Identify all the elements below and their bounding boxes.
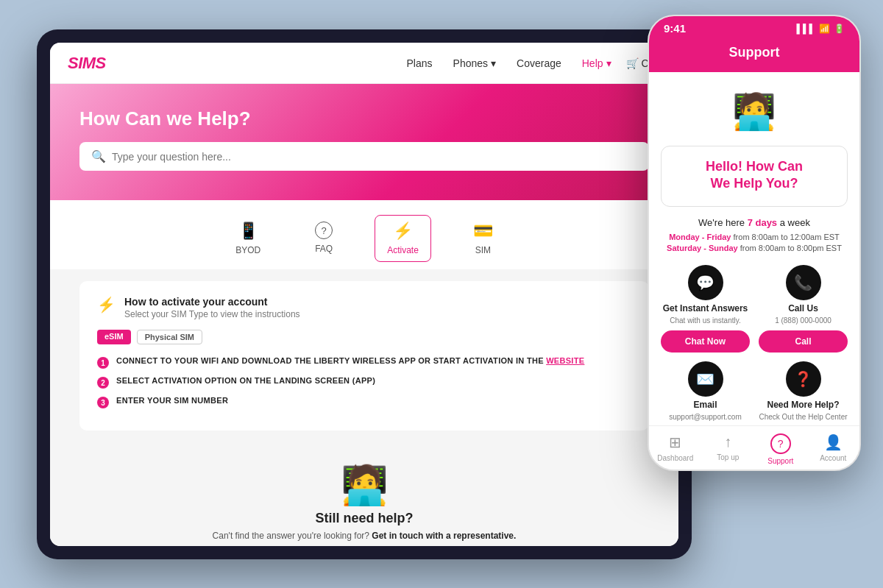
hello-box: Hello! How CanWe Help You? <box>661 146 848 207</box>
search-icon: 🔍 <box>91 149 106 163</box>
contact-email: ✉️ Email support@support.com Send a Mess… <box>661 361 750 425</box>
battery-icon: 🔋 <box>834 24 845 34</box>
esim-badge[interactable]: eSIM <box>97 330 131 344</box>
chat-sub: Chat with us instantly. <box>670 316 741 325</box>
nav-coverage[interactable]: Coverage <box>517 57 561 69</box>
phone-status-bar: 9:41 ▌▌▌ 📶 🔋 <box>649 16 859 39</box>
step-1: 1 CONNECT TO YOUR WIFI AND DOWNLOAD THE … <box>97 356 631 369</box>
phone-header: Support <box>649 39 859 72</box>
phone-body: 🧑‍💻 Hello! How CanWe Help You? We're her… <box>649 72 859 425</box>
step-1-text: CONNECT TO YOUR WIFI AND DOWNLOAD THE LI… <box>116 356 584 365</box>
cart-icon: 🛒 <box>626 57 639 69</box>
call-sub: 1 (888) 000-0000 <box>775 316 831 325</box>
status-icons: ▌▌▌ 📶 🔋 <box>796 24 845 34</box>
still-help-section: 🧑‍💻 Still need help? Can't find the answ… <box>79 448 649 546</box>
support-icon: ? <box>770 433 791 454</box>
contact-call: 📞 Call Us 1 (888) 000-0000 Call <box>759 265 848 353</box>
step-2-text: SELECT ACTIVATION OPTION ON THE LANDING … <box>116 376 375 385</box>
step-1-number: 1 <box>97 357 109 369</box>
card-header: ⚡ How to activate your account Select yo… <box>97 296 631 319</box>
email-label: Email <box>693 400 717 410</box>
tab-sim[interactable]: 💳 SIM <box>461 215 506 262</box>
hours-section: We're here 7 days a week Monday - Friday… <box>661 217 848 255</box>
support-illustration: 🧑‍💻 <box>661 84 848 135</box>
contact-chat: 💬 Get Instant Answers Chat with us insta… <box>661 265 750 353</box>
dashboard-label: Dashboard <box>657 454 693 462</box>
sim-badges: eSIM Physical SIM <box>97 330 631 344</box>
step-3: 3 ENTER YOUR SIM NUMBER <box>97 396 631 408</box>
still-help-text: Can't find the answer you're looking for… <box>213 531 517 541</box>
hours-weekend: Saturday - Sunday from 8:00am to 8:00pm … <box>661 244 848 252</box>
content-area: ⚡ How to activate your account Select yo… <box>50 269 678 546</box>
email-icon: ✉️ <box>688 361 723 397</box>
call-button[interactable]: Call <box>759 330 848 353</box>
phone-header-title: Support <box>664 45 845 60</box>
help-center-icon: ❓ <box>786 361 821 397</box>
search-bar[interactable]: 🔍 <box>79 142 649 171</box>
still-help-title: Still need help? <box>315 511 413 526</box>
hello-title: Hello! How CanWe Help You? <box>673 158 835 193</box>
bottom-nav-support[interactable]: ? Support <box>754 433 807 465</box>
activation-icon: ⚡ <box>97 296 116 314</box>
chat-now-button[interactable]: Chat Now <box>661 330 750 353</box>
step-2: 2 SELECT ACTIVATION OPTION ON THE LANDIN… <box>97 376 631 389</box>
search-input[interactable] <box>112 151 637 163</box>
phone-bottom-nav: ⊞ Dashboard ↑ Top up ? Support 👤 Account <box>649 425 859 470</box>
chevron-down-icon: ▾ <box>491 57 496 69</box>
chevron-down-icon: ▾ <box>606 57 611 69</box>
call-label: Call Us <box>788 303 818 314</box>
dashboard-icon: ⊞ <box>669 433 681 451</box>
website-link[interactable]: WEBSITE <box>546 356 584 365</box>
hours-weekday: Monday - Friday from 8:00am to 12:00am E… <box>661 233 848 241</box>
chat-label: Get Instant Answers <box>663 303 748 314</box>
tab-faq[interactable]: ? FAQ <box>302 215 345 262</box>
chat-icon: 💬 <box>688 265 723 300</box>
nav-plans[interactable]: Plans <box>407 57 433 69</box>
tab-activate[interactable]: ⚡ Activate <box>375 215 431 262</box>
activation-card: ⚡ How to activate your account Select yo… <box>79 281 649 431</box>
account-label: Account <box>820 454 846 462</box>
card-subtitle: Select your SIM Type to view the instruc… <box>124 309 300 319</box>
hero-title: How Can we Help? <box>79 107 649 130</box>
step-3-text: ENTER YOUR SIM NUMBER <box>116 396 228 405</box>
activate-icon: ⚡ <box>393 222 413 241</box>
help-center-label: Need More Help? <box>767 400 839 410</box>
step-2-number: 2 <box>97 377 109 389</box>
bottom-nav-account[interactable]: 👤 Account <box>807 433 860 465</box>
tablet-nav: SIMS Plans Phones ▾ Coverage Help ▾ 🛒 Ca… <box>50 43 678 84</box>
bottom-nav-dashboard[interactable]: ⊞ Dashboard <box>649 433 702 465</box>
help-center-sub: Check Out the Help Center <box>759 413 847 421</box>
physical-sim-badge[interactable]: Physical SIM <box>137 330 202 344</box>
logo: SIMS <box>68 54 106 73</box>
still-help-illustration: 🧑‍💻 <box>341 456 389 511</box>
support-label: Support <box>767 457 793 465</box>
nav-links: Plans Phones ▾ Coverage Help ▾ <box>407 57 611 69</box>
topup-label: Top up <box>717 453 739 461</box>
status-time: 9:41 <box>664 22 686 35</box>
faq-icon: ? <box>315 222 333 239</box>
byod-icon: 📱 <box>238 222 258 241</box>
nav-phones[interactable]: Phones ▾ <box>453 57 496 69</box>
card-title: How to activate your account <box>124 296 300 308</box>
category-tabs: 📱 BYOD ? FAQ ⚡ Activate 💳 SIM <box>50 200 678 269</box>
hero-section: How Can we Help? 🔍 <box>50 84 678 200</box>
topup-icon: ↑ <box>724 433 731 450</box>
email-sub: support@support.com <box>669 413 742 421</box>
tab-byod[interactable]: 📱 BYOD <box>223 215 273 262</box>
nav-help[interactable]: Help ▾ <box>582 57 611 69</box>
contact-grid: 💬 Get Instant Answers Chat with us insta… <box>661 265 848 425</box>
sim-icon: 💳 <box>473 222 493 241</box>
step-3-number: 3 <box>97 397 109 408</box>
tablet-device: SIMS Plans Phones ▾ Coverage Help ▾ 🛒 Ca… <box>37 29 692 559</box>
wifi-icon: 📶 <box>819 24 830 34</box>
signal-icon: ▌▌▌ <box>796 24 815 34</box>
bottom-nav-topup[interactable]: ↑ Top up <box>702 433 755 465</box>
contact-help-center: ❓ Need More Help? Check Out the Help Cen… <box>759 361 848 425</box>
account-icon: 👤 <box>824 433 843 451</box>
phone-device: 9:41 ▌▌▌ 📶 🔋 Support 🧑‍💻 Hello! How CanW… <box>648 15 861 471</box>
call-icon: 📞 <box>786 265 821 300</box>
tablet-screen: SIMS Plans Phones ▾ Coverage Help ▾ 🛒 Ca… <box>50 43 678 546</box>
hours-available: We're here 7 days a week <box>661 217 848 228</box>
